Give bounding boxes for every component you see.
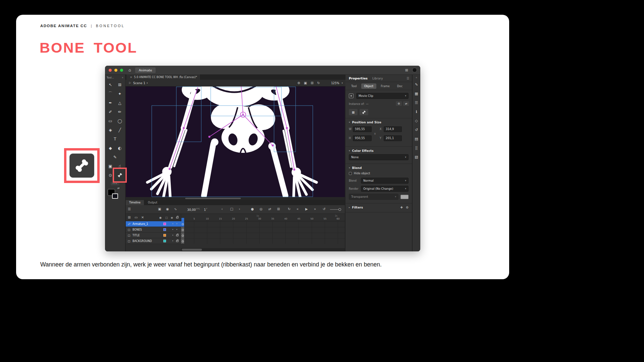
brush-panel-icon[interactable]: ✎ bbox=[415, 82, 418, 87]
props-tab-object[interactable]: Object bbox=[361, 83, 377, 89]
tab-library[interactable]: Library bbox=[372, 77, 383, 80]
swap-symbol-button[interactable]: ⇄ bbox=[403, 101, 409, 106]
layer-visibility-dot[interactable]: • bbox=[172, 240, 173, 242]
show-hide-column-icon[interactable]: ● bbox=[159, 216, 162, 219]
center-stage-icon[interactable]: ⊕ bbox=[297, 81, 300, 85]
blend-mode-select[interactable]: Normal ▾ bbox=[361, 178, 409, 184]
line-tool[interactable]: ╱ bbox=[116, 126, 124, 134]
zoom-select[interactable]: 125% ▾ bbox=[331, 81, 343, 85]
paint-bucket-tool[interactable]: ◆ bbox=[106, 144, 114, 152]
scene-chevron-icon[interactable]: ▾ bbox=[147, 82, 148, 84]
modify-markers-icon[interactable]: ⊞ bbox=[277, 207, 280, 211]
close-window-button[interactable] bbox=[109, 69, 112, 72]
armature-options-button[interactable] bbox=[360, 109, 368, 115]
tab-timeline[interactable]: Timeline bbox=[126, 200, 144, 205]
layer-row-armature_1[interactable]: ☍Armature_1•• bbox=[126, 221, 181, 227]
info-panel-icon[interactable]: ℹ bbox=[416, 110, 417, 114]
frames-grid[interactable] bbox=[181, 221, 345, 244]
document-tab[interactable]: × 5.0 ANIMATE CC BONE TOOL WH .fla (Canv… bbox=[126, 74, 201, 80]
blend-color-swatch[interactable] bbox=[400, 195, 409, 199]
minimize-window-button[interactable] bbox=[114, 69, 117, 72]
subselection-tool[interactable]: △ bbox=[116, 99, 124, 107]
go-to-first-frame-icon[interactable]: « bbox=[297, 207, 299, 211]
close-tab-icon[interactable]: × bbox=[130, 75, 132, 79]
current-frame-value[interactable]: 1F bbox=[204, 207, 207, 212]
lasso-tool[interactable]: ⌒ bbox=[106, 90, 114, 98]
blend-header[interactable]: ▾ Blend bbox=[345, 164, 412, 171]
step-back-icon[interactable]: ‹ bbox=[221, 207, 223, 211]
stage-hscrollbar[interactable] bbox=[126, 197, 345, 200]
props-tab-tool[interactable]: Tool bbox=[348, 83, 360, 89]
rectangle-tool[interactable]: ▭ bbox=[106, 117, 114, 125]
swatches-panel-icon[interactable]: ▦ bbox=[415, 92, 418, 96]
layer-outline-color[interactable] bbox=[163, 234, 166, 237]
timeline-hscrollbar[interactable] bbox=[181, 248, 345, 251]
lock-column-icon[interactable] bbox=[176, 216, 178, 219]
link-dimensions-icon[interactable]: ∞ bbox=[373, 132, 377, 135]
outline-column-icon[interactable]: □ bbox=[165, 216, 168, 219]
clip-content-icon[interactable]: ⊞ bbox=[311, 81, 313, 85]
tab-output[interactable]: Output bbox=[145, 200, 161, 205]
color-effects-header[interactable]: ▾ Color Effects bbox=[345, 147, 412, 154]
add-filter-button[interactable]: ✚ bbox=[400, 206, 403, 209]
collapse-tools-icon[interactable]: « bbox=[122, 76, 123, 79]
checkbox-box[interactable] bbox=[349, 172, 352, 175]
loop-icon[interactable]: ↻ bbox=[288, 207, 290, 211]
rotation-icon[interactable]: ↻ bbox=[317, 81, 320, 85]
libraries-panel-icon[interactable]: ▧ bbox=[415, 155, 418, 159]
edit-multiple-frames-icon[interactable]: ⇄ bbox=[268, 207, 271, 211]
workspace-icon[interactable]: ⊞ bbox=[405, 68, 408, 72]
new-folder-button[interactable]: ▭ bbox=[135, 216, 138, 219]
pencil-tool[interactable]: ✏ bbox=[116, 108, 124, 116]
app-profile-button[interactable] bbox=[412, 68, 417, 72]
collapse-dock-icon[interactable]: « bbox=[413, 75, 420, 79]
camera-view-icon[interactable]: ▣ bbox=[304, 81, 307, 85]
highlight-column-icon[interactable]: ◉ bbox=[171, 216, 173, 219]
layer-view-options-icon[interactable]: ☰ bbox=[128, 207, 131, 211]
selection-tool[interactable]: ↖ bbox=[106, 81, 114, 89]
timeline-hscroll-thumb[interactable] bbox=[182, 249, 202, 251]
layer-outline-color[interactable] bbox=[163, 240, 166, 242]
scenes-panel-icon[interactable]: ▤ bbox=[415, 137, 418, 141]
stage-hscroll-thumb[interactable] bbox=[185, 198, 241, 199]
position-size-header[interactable]: ▾ Position and Size bbox=[345, 118, 412, 126]
props-tab-doc[interactable]: Doc bbox=[394, 83, 406, 89]
hide-object-checkbox[interactable]: Hide object bbox=[345, 171, 412, 178]
animate-menu-tab[interactable]: Animate bbox=[135, 67, 156, 73]
step-forward-icon[interactable]: › bbox=[239, 207, 240, 211]
y-field[interactable]: 201,1 bbox=[384, 135, 402, 141]
fullscreen-window-button[interactable] bbox=[120, 69, 123, 72]
width-field[interactable]: 595,55 bbox=[353, 126, 372, 132]
fill-color-swatch[interactable] bbox=[112, 193, 118, 199]
frame-graph-icon[interactable]: ∿ bbox=[174, 207, 177, 211]
symbol-type-select[interactable]: Movie Clip ▾ bbox=[356, 93, 409, 99]
rewind-icon[interactable]: ↺ bbox=[323, 207, 325, 211]
transform-panel-icon[interactable]: ◇ bbox=[415, 119, 418, 123]
home-icon[interactable]: ⌂ bbox=[128, 68, 131, 72]
layer-outline-color[interactable] bbox=[163, 223, 166, 225]
alpha-select[interactable]: Transparent ▾ bbox=[349, 194, 398, 200]
brush-tool[interactable]: ✐ bbox=[106, 108, 114, 116]
panel-menu-icon[interactable]: ☰ bbox=[407, 77, 409, 80]
timeline-zoom-knob[interactable] bbox=[338, 208, 341, 211]
ink-bottle-tool[interactable]: ◈ bbox=[106, 126, 114, 134]
layer-row-bones[interactable]: □BONES•• bbox=[126, 227, 181, 233]
tl-ruler[interactable]: 510152025303540455055601s2s bbox=[181, 214, 345, 221]
layer-visibility-dot[interactable]: • bbox=[172, 223, 173, 225]
onion-skin-icon[interactable]: ● bbox=[251, 207, 254, 211]
stage-canvas[interactable] bbox=[126, 86, 345, 197]
eyedropper-tool[interactable]: ✎ bbox=[111, 153, 119, 161]
keyframe-cell[interactable] bbox=[181, 221, 184, 227]
free-transform-tool[interactable]: ⊞ bbox=[116, 81, 124, 89]
frame-picker-panel-icon[interactable]: ⣿ bbox=[415, 146, 418, 150]
layer-outline-color[interactable] bbox=[163, 228, 166, 231]
keyframe-cell[interactable] bbox=[181, 238, 184, 244]
pen-tool[interactable]: ✒ bbox=[106, 99, 114, 107]
swap-colors-icon[interactable]: ⇄ bbox=[117, 187, 120, 190]
layer-lock-icon[interactable] bbox=[176, 240, 178, 242]
play-icon[interactable]: ▶ bbox=[305, 207, 308, 211]
align-panel-icon[interactable]: ☰ bbox=[415, 101, 418, 105]
playhead[interactable] bbox=[181, 218, 184, 221]
onion-skin-outlines-icon[interactable]: ◎ bbox=[260, 207, 263, 211]
gradient-transform-tool[interactable]: ◐ bbox=[116, 144, 124, 152]
